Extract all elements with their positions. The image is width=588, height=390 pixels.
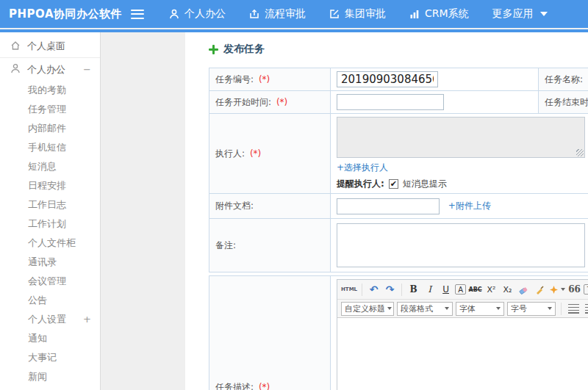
toolbar-separator xyxy=(561,303,562,315)
format-brush-button[interactable] xyxy=(533,283,547,297)
table-row: 附件文档: +附件上传 xyxy=(209,194,588,219)
remark-textarea[interactable] xyxy=(337,223,585,267)
chevron-down-icon xyxy=(445,307,449,310)
executor-textarea[interactable] xyxy=(337,117,585,158)
table-row: 执行人: (*) +选择执行人 提醒执行人: ✔ 短消息提示 xyxy=(209,114,588,194)
nav-workflow-approval[interactable]: 流程审批 xyxy=(249,7,306,21)
description-editor-area[interactable] xyxy=(337,318,588,390)
required-mark: (*) xyxy=(259,74,270,84)
plus-icon xyxy=(209,45,218,54)
sidebar-item-survey[interactable]: 投票调查 xyxy=(0,386,100,390)
topbar: PHPOA协同办公软件 个人办公 流程审批 集团审批 CRM系统 xyxy=(0,0,588,28)
sidebar-item-contacts[interactable]: 通讯录 xyxy=(0,253,100,272)
sidebar-item-personal-office[interactable]: 个人办公 − xyxy=(0,58,100,81)
sidebar-item-personal-desktop[interactable]: 个人桌面 xyxy=(0,35,100,58)
required-mark: (*) xyxy=(259,382,270,390)
sidebar-item-big-events[interactable]: 大事记 xyxy=(0,348,100,367)
font-family-select[interactable]: 字体 xyxy=(456,302,504,316)
person-icon xyxy=(10,63,21,76)
field-label: 执行人: xyxy=(215,148,245,159)
nav-label: CRM系统 xyxy=(425,7,469,21)
workflow-icon xyxy=(249,9,259,19)
field-label: 任务开始时间: xyxy=(215,97,271,107)
required-mark: (*) xyxy=(250,148,261,159)
sidebar-item-meeting-management[interactable]: 会议管理 xyxy=(0,272,100,291)
start-time-input[interactable] xyxy=(337,94,444,110)
sms-remind-label: 短消息提示 xyxy=(403,178,447,190)
nav-label: 集团审批 xyxy=(345,7,386,21)
main-panel: 发布任务 任务编号: (*) 任务名称: (*) xyxy=(185,32,588,390)
italic-button[interactable]: I xyxy=(423,283,437,297)
person-icon xyxy=(169,9,179,19)
expand-icon[interactable]: + xyxy=(83,310,100,329)
eraser-button[interactable] xyxy=(517,283,531,297)
field-label: 任务名称: xyxy=(545,74,583,84)
end-time-label-cell: 任务结束时间: (*) xyxy=(539,91,588,114)
sms-remind-checkbox[interactable]: ✔ xyxy=(389,179,398,189)
app-logo: PHPOA协同办公软件 xyxy=(0,7,131,21)
strikethrough-button[interactable]: ABC xyxy=(468,283,482,297)
attachment-input[interactable] xyxy=(337,198,440,214)
field-label: 任务编号: xyxy=(215,74,254,84)
field-label: 备注: xyxy=(215,240,236,250)
font-style-button[interactable]: A xyxy=(455,284,466,295)
paste-text-button[interactable]: T xyxy=(584,284,588,295)
redo-button[interactable]: ↷ xyxy=(383,283,397,297)
nav-personal-office[interactable]: 个人办公 xyxy=(169,7,226,21)
nav-crm-system[interactable]: CRM系统 xyxy=(409,7,469,21)
task-number-input[interactable] xyxy=(337,71,438,87)
description-label-cell: 任务描述: (*) xyxy=(209,276,331,390)
menu-toggle-icon[interactable] xyxy=(131,10,144,19)
field-label: 任务结束时间: xyxy=(545,97,588,107)
align-left-icon[interactable] xyxy=(568,304,579,314)
select-value: 自定义标题 xyxy=(345,303,385,314)
content-area: 发布任务 任务编号: (*) 任务名称: (*) xyxy=(101,32,588,390)
html-source-button[interactable]: HTML xyxy=(341,283,357,297)
sidebar-item-internal-mail[interactable]: 内部邮件 xyxy=(0,119,100,138)
sidebar-item-personal-settings[interactable]: 个人设置 + xyxy=(0,310,100,329)
rich-text-editor: HTML ↶ ↷ B I U A ABC X² xyxy=(337,279,588,390)
page-title: 发布任务 xyxy=(209,43,588,56)
font-size-select[interactable]: 字号 xyxy=(507,302,556,316)
sidebar-item-short-message[interactable]: 短消息 xyxy=(0,157,100,176)
table-row: 备注: xyxy=(209,219,588,272)
underline-button[interactable]: U xyxy=(439,283,453,297)
home-icon xyxy=(10,40,21,53)
sidebar-item-task-management[interactable]: 任务管理 xyxy=(0,100,100,119)
undo-button[interactable]: ↶ xyxy=(367,283,381,297)
sidebar-item-schedule[interactable]: 日程安排 xyxy=(0,176,100,195)
bold-button[interactable]: B xyxy=(406,283,420,297)
table-row: 任务编号: (*) 任务名称: (*) xyxy=(209,68,588,91)
subscript-button[interactable]: X₂ xyxy=(501,283,514,297)
edit-icon xyxy=(329,9,340,19)
toolbar-separator xyxy=(362,284,362,296)
sidebar-item-mobile-sms[interactable]: 手机短信 xyxy=(0,138,100,157)
resize-handle[interactable] xyxy=(576,149,584,156)
align-center-icon[interactable] xyxy=(585,304,588,314)
task-number-label-cell: 任务编号: (*) xyxy=(209,68,331,91)
description-table: 任务描述: (*) HTML ↶ ↷ B I xyxy=(209,275,588,390)
executor-label-cell: 执行人: (*) xyxy=(209,114,331,194)
superscript-button[interactable]: X² xyxy=(484,283,498,297)
sidebar: 个人桌面 个人办公 − 我的考勤 任务管理 内部邮件 手机短信 短消息 日程安排… xyxy=(0,32,101,390)
custom-title-select[interactable]: 自定义标题 xyxy=(341,302,394,316)
chevron-down-icon xyxy=(496,307,501,310)
attachment-label-cell: 附件文档: xyxy=(209,194,331,219)
page-title-text: 发布任务 xyxy=(223,43,265,56)
nav-more-apps[interactable]: 更多应用 xyxy=(492,7,548,21)
attachment-upload-link[interactable]: +附件上传 xyxy=(448,201,491,211)
blockquote-button[interactable]: 66 xyxy=(567,283,581,297)
sidebar-item-news[interactable]: 新闻 xyxy=(0,367,100,386)
sidebar-item-label: 个人桌面 xyxy=(27,40,65,53)
sidebar-item-personal-files[interactable]: 个人文件柜 xyxy=(0,234,100,253)
choose-executor-link[interactable]: +选择执行人 xyxy=(337,162,388,173)
sidebar-item-my-attendance[interactable]: 我的考勤 xyxy=(0,81,100,100)
collapse-icon[interactable]: − xyxy=(83,64,91,75)
nav-group-approval[interactable]: 集团审批 xyxy=(329,7,386,21)
sidebar-item-notice[interactable]: 通知 xyxy=(0,329,100,348)
sidebar-item-work-log[interactable]: 工作日志 xyxy=(0,195,100,214)
auto-format-button[interactable] xyxy=(549,283,565,297)
paragraph-format-select[interactable]: 段落格式 xyxy=(397,302,453,316)
sidebar-item-announcement[interactable]: 公告 xyxy=(0,291,100,310)
sidebar-item-work-plan[interactable]: 工作计划 xyxy=(0,214,100,234)
